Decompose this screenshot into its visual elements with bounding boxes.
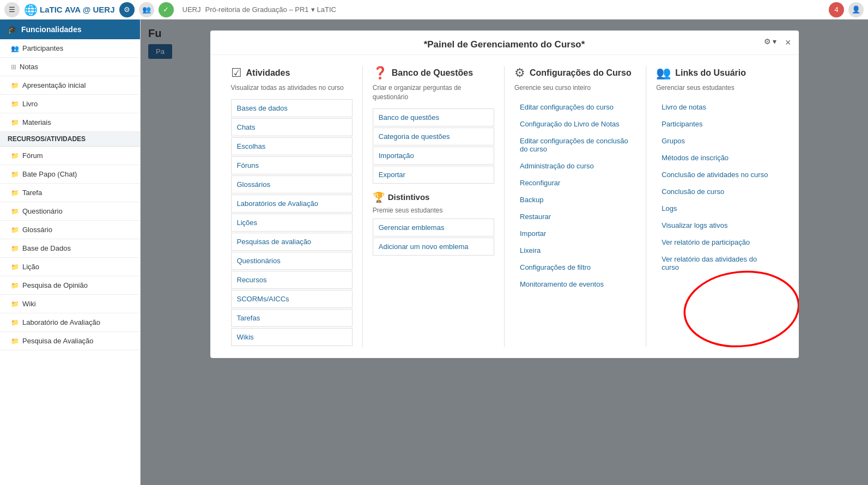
pesquisa-aval-icon: 📁 (11, 337, 19, 345)
sidebar-item-forum-label: Fórum (22, 151, 43, 160)
sidebar-item-participantes[interactable]: 👥 Participantes (0, 39, 140, 58)
participantes-icon: 👥 (11, 45, 19, 52)
sidebar-item-apresentacao-label: Apresentação inicial (22, 81, 86, 89)
apresentacao-icon: 📁 (11, 82, 19, 89)
breadcrumb-arrow[interactable]: ▾ (311, 5, 315, 14)
breadcrumb-latic[interactable]: LaTIC (317, 5, 336, 14)
config-icon: ⚙ (514, 66, 525, 80)
svg-point-0 (681, 266, 799, 351)
sidebar-item-questionario[interactable]: 📁 Questionário (0, 202, 140, 221)
user-avatar[interactable]: 👤 (848, 2, 864, 17)
sidebar-item-notas[interactable]: ⊞ Notas (0, 58, 140, 76)
link-conclusao-curso[interactable]: Conclusão de curso (656, 184, 778, 199)
link-lixeira[interactable]: Lixeira (514, 242, 636, 258)
sidebar-header-icon: 🎓 (8, 25, 17, 34)
distintivos-icon: 🏆 (373, 191, 385, 203)
link-backup[interactable]: Backup (514, 192, 636, 208)
link-editar-conclusao[interactable]: Editar configurações de conclusão do cur… (514, 133, 636, 157)
sidebar-item-forum[interactable]: 📁 Fórum (0, 147, 140, 165)
link-banco-questoes[interactable]: Banco de questões (373, 108, 494, 126)
sidebar: 🎓 Funcionalidades 👥 Participantes ⊞ Nota… (0, 20, 141, 485)
link-visualizar-logs-ativos[interactable]: Visualizar logs ativos (656, 217, 778, 233)
link-admin-curso[interactable]: Administração do curso (514, 158, 636, 174)
main-layout: 🎓 Funcionalidades 👥 Participantes ⊞ Nota… (0, 20, 868, 485)
sidebar-item-apresentacao[interactable]: 📁 Apresentação inicial (0, 76, 140, 95)
link-ver-relatorio-participacao[interactable]: Ver relatório de participação (656, 234, 778, 250)
link-importar[interactable]: Importar (514, 226, 636, 241)
sidebar-item-licao-label: Lição (22, 263, 39, 271)
config-subdesc: Gerencie seu curso inteiro (514, 83, 636, 93)
forum-icon: 📁 (11, 152, 19, 160)
check-icon[interactable]: ✓ (159, 2, 174, 17)
link-tarefas[interactable]: Tarefas (231, 309, 353, 327)
content-area: Fu Pa *Painel de Gerenciamento do Curso*… (141, 20, 868, 485)
link-adicionar-emblema[interactable]: Adicionar um novo emblema (373, 238, 494, 256)
sidebar-item-pesquisa-avaliacao[interactable]: 📁 Pesquisa de Avaliação (0, 332, 140, 350)
link-exportar[interactable]: Exportar (373, 166, 494, 184)
links-desc: Gerenciar seus estudantes (656, 83, 778, 93)
link-foruns[interactable]: Fóruns (231, 156, 353, 174)
distintivos-title: Distintivos (388, 192, 430, 202)
sidebar-item-chat[interactable]: 📁 Bate Papo (Chat) (0, 165, 140, 184)
modal-header: *Painel de Gerenciamento do Curso* ⚙ ▾ × (210, 31, 799, 55)
sidebar-item-participantes-label: Participantes (22, 44, 63, 52)
link-restaurar[interactable]: Restaurar (514, 209, 636, 225)
sidebar-item-base-dados[interactable]: 📁 Base de Dados (0, 239, 140, 258)
link-chats[interactable]: Chats (231, 118, 353, 136)
link-grupos[interactable]: Grupos (656, 133, 778, 149)
link-wikis[interactable]: Wikis (231, 328, 353, 346)
red-circle-annotation (679, 265, 799, 353)
sidebar-item-lab-avaliacao[interactable]: 📁 Laboratório de Avaliação (0, 313, 140, 332)
topbar: ☰ 🌐 LaTIC AVA @ UERJ ⚙ 👥 ✓ UERJ Pró-reit… (0, 0, 868, 20)
modal-close-button[interactable]: × (785, 37, 791, 48)
link-recursos[interactable]: Recursos (231, 271, 353, 289)
link-logs[interactable]: Logs (656, 201, 778, 216)
link-metodos-inscricao[interactable]: Métodos de inscrição (656, 150, 778, 166)
modal-gear-button[interactable]: ⚙ ▾ (764, 37, 777, 46)
sidebar-item-pesquisa-opiniao-label: Pesquisa de Opinião (22, 281, 88, 289)
link-reconfigurar[interactable]: Reconfigurar (514, 175, 636, 191)
sidebar-item-wiki[interactable]: 📁 Wiki (0, 295, 140, 313)
materiais-icon: 📁 (11, 119, 19, 126)
notification-badge[interactable]: 4 (829, 2, 844, 17)
link-licoes[interactable]: Lições (231, 214, 353, 232)
link-config-filtro[interactable]: Configurações de filtro (514, 259, 636, 275)
sidebar-item-livro[interactable]: 📁 Livro (0, 95, 140, 113)
link-categoria-questoes[interactable]: Categoria de questões (373, 128, 494, 146)
breadcrumb-uerj[interactable]: UERJ (183, 5, 201, 14)
link-pesquisas-avaliacao[interactable]: Pesquisas de avaliação (231, 233, 353, 251)
link-bases-dados[interactable]: Bases de dados (231, 99, 353, 117)
settings-icon[interactable]: ⚙ (119, 2, 135, 17)
sidebar-item-licao[interactable]: 📁 Lição (0, 258, 140, 276)
link-laboratorios[interactable]: Laboratórios de Avaliação (231, 195, 353, 213)
modal-panel: *Painel de Gerenciamento do Curso* ⚙ ▾ ×… (210, 31, 799, 358)
topbar-actions: 4 👤 (829, 2, 864, 17)
banco-header: ❓ Banco de Questões (373, 66, 494, 80)
link-gerenciar-emblemas[interactable]: Gerenciar emblemas (373, 219, 494, 237)
sidebar-item-pesquisa-opiniao[interactable]: 📁 Pesquisa de Opinião (0, 276, 140, 295)
hamburger-menu-icon[interactable]: ☰ (4, 2, 20, 17)
notas-icon: ⊞ (11, 63, 16, 71)
link-editar-config[interactable]: Editar configurações do curso (514, 99, 636, 115)
link-ver-relatorio-atividades[interactable]: Ver relatório das atividades do curso (656, 251, 778, 275)
wiki-icon: 📁 (11, 300, 19, 308)
atividades-icon: ☑ (231, 66, 242, 80)
glossario-icon: 📁 (11, 226, 19, 234)
link-glossarios[interactable]: Glossários (231, 175, 353, 193)
sidebar-item-materiais[interactable]: 📁 Materiais (0, 113, 140, 132)
link-livro-notas[interactable]: Livro de notas (656, 99, 778, 115)
link-monitoramento[interactable]: Monitoramento de eventos (514, 276, 636, 292)
sidebar-item-glossario[interactable]: 📁 Glossário (0, 221, 140, 239)
link-importacao[interactable]: Importação (373, 147, 494, 165)
link-conclusao-atividades[interactable]: Conclusão de atividades no curso (656, 167, 778, 183)
users-icon[interactable]: 👥 (139, 2, 154, 17)
base-dados-icon: 📁 (11, 245, 19, 252)
sidebar-item-tarefa[interactable]: 📁 Tarefa (0, 184, 140, 202)
atividades-desc: Visualizar todas as atividades no curso (231, 83, 353, 93)
breadcrumb-pr1[interactable]: Pró-reitoria de Graduação – PR1 (205, 5, 309, 14)
link-questionarios[interactable]: Questionários (231, 252, 353, 270)
link-participantes[interactable]: Participantes (656, 116, 778, 132)
link-escolhas[interactable]: Escolhas (231, 137, 353, 155)
link-scormsaiccs[interactable]: SCORMs/AICCs (231, 290, 353, 308)
link-config-livro-notas[interactable]: Configuração do Livro de Notas (514, 116, 636, 132)
